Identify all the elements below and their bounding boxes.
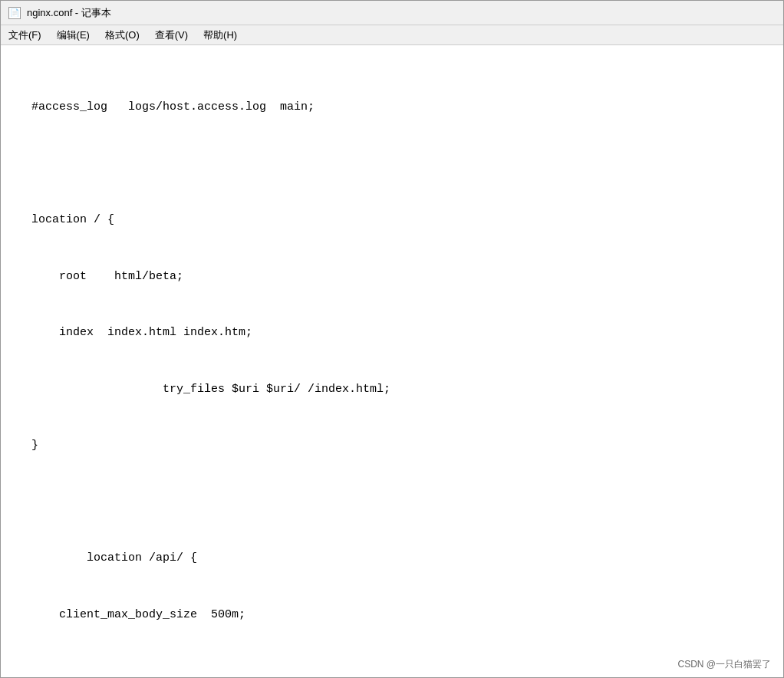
code-line-7: } [31,436,753,456]
code-line-3: location / { [31,210,753,230]
menu-help[interactable]: 帮助(H) [196,27,245,44]
footer: CSDN @一只白猫罢了 [1,652,783,677]
code-line-2 [31,154,753,174]
menu-format[interactable]: 格式(O) [97,27,147,44]
menu-edit[interactable]: 编辑(E) [49,27,97,44]
code-line-1: #access_log logs/host.access.log main; [31,97,753,117]
main-window: 📄 nginx.conf - 记事本 文件(F) 编辑(E) 格式(O) 查看(… [0,0,784,678]
code-line-8 [31,492,753,512]
code-line-4: root html/beta; [31,267,753,287]
app-icon: 📄 [8,7,21,19]
code-display: #access_log logs/host.access.log main; l… [31,61,753,652]
editor-content[interactable]: #access_log logs/host.access.log main; l… [1,45,783,652]
code-line-5: index index.html index.htm; [31,323,753,343]
code-line-10: client_max_body_size 500m; [31,605,753,625]
window-title: nginx.conf - 记事本 [27,6,111,20]
code-line-6: try_files $uri $uri/ /index.html; [31,380,753,400]
menu-bar: 文件(F) 编辑(E) 格式(O) 查看(V) 帮助(H) [1,25,783,45]
menu-file[interactable]: 文件(F) [1,27,49,44]
code-line-9: location /api/ { [31,548,753,568]
title-bar: 📄 nginx.conf - 记事本 [1,1,783,25]
footer-label: CSDN @一只白猫罢了 [677,659,771,670]
menu-view[interactable]: 查看(V) [147,27,196,44]
